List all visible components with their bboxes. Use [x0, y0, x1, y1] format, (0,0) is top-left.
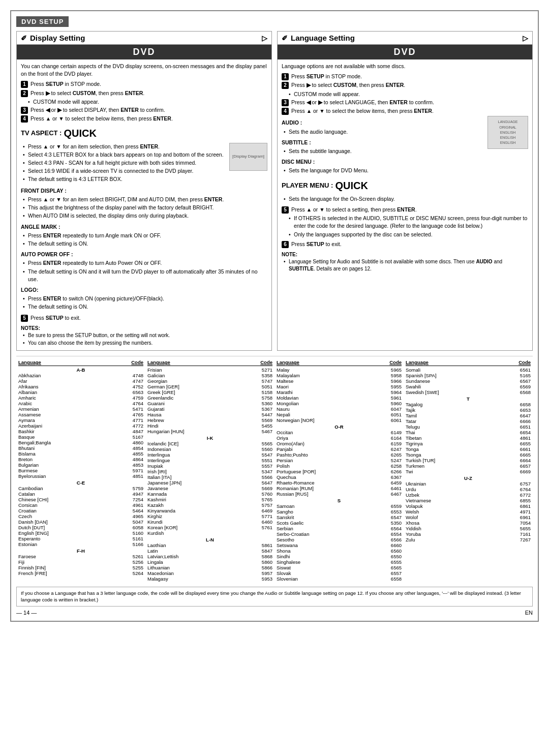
lang-col2-header: Language Code: [147, 359, 272, 366]
language-setting-panel: ✐ Language Setting ▷ DVD Language option…: [277, 31, 533, 351]
right-intro: Language options are not available with …: [282, 63, 528, 70]
right-step1: 1 Press SETUP in STOP mode.: [282, 73, 528, 80]
lang-col4-header: Language Code: [406, 359, 531, 366]
logo-title: LOGO:: [21, 286, 267, 294]
right-step2: 2 Press ▶ to select CUSTOM, then press E…: [282, 81, 528, 89]
lang-col-1: Language Code A-B Abkhazian4748 Afar4747…: [16, 359, 145, 582]
audio-subtitle-section: AUDIO : Sets the audio language. SUBTITL…: [282, 116, 528, 175]
auto-power-off-title: AUTO POWER OFF :: [21, 251, 267, 258]
tv-aspect-section: Press ▲ or ▼ for an item selection, then…: [21, 143, 267, 184]
dvd-setup-header: DVD SETUP: [16, 16, 69, 27]
main-container: DVD SETUP ✐ Display Setting ▷ DVD You ca…: [10, 10, 539, 622]
left-header-icon: ✐: [21, 34, 27, 42]
right-note: NOTE: Language Setting for Audio and Sub…: [282, 251, 528, 273]
footnote: If you choose a Language that has a 3 le…: [16, 587, 533, 607]
disc-menu-title: DISC MENU :: [282, 158, 484, 166]
lang-col-3: Language Code Malay5965 Malayalam5958 Ma…: [274, 359, 404, 582]
left-intro: You can change certain aspects of the DV…: [21, 63, 267, 78]
player-menu-row: PLAYER MENU : QUICK: [282, 178, 528, 193]
lang-table-grid: Language Code A-B Abkhazian4748 Afar4747…: [16, 359, 533, 582]
lang-col3-header: Language Code: [277, 359, 402, 366]
display-setting-panel: ✐ Display Setting ▷ DVD You can change c…: [16, 31, 272, 351]
right-step4: 4 Press ▲ or ▼ to select the below items…: [282, 107, 528, 115]
two-column-layout: ✐ Display Setting ▷ DVD You can change c…: [16, 31, 533, 351]
page-number: — 14 —: [16, 610, 37, 616]
lang-col-4: Language Code Somali6561 Spanish [SPA]51…: [404, 359, 533, 582]
left-notes: NOTES: Be sure to press the SETUP button…: [21, 325, 267, 347]
left-step5: 5 Press SETUP to exit.: [21, 314, 267, 322]
right-header-arrow: ▷: [523, 34, 528, 42]
left-step1: 1 Press SETUP in STOP mode.: [21, 80, 267, 88]
front-display-title: FRONT DISPLAY :: [21, 187, 267, 195]
left-dvd-label: DVD: [17, 45, 271, 59]
subtitle-title: SUBTITLE :: [282, 139, 484, 146]
page-footer: — 14 — EN: [16, 610, 533, 616]
right-step3: 3 Press ◀ or ▶ to select LANGUAGE, then …: [282, 99, 528, 106]
lang-col1-header: Language Code: [18, 359, 143, 366]
left-panel-title: Display Setting: [30, 34, 85, 42]
left-step4: 4 Press ▲ or ▼ to select the below items…: [21, 115, 267, 123]
right-header-icon: ✐: [282, 34, 288, 42]
right-step5: 5 Press ▲ or ▼ to select a setting, then…: [282, 206, 528, 214]
left-panel-header: ✐ Display Setting ▷: [17, 32, 271, 45]
left-panel-body: You can change certain aspects of the DV…: [17, 59, 271, 350]
display-diagram: [Display Diagram]: [229, 143, 267, 171]
language-table-section: Language Code A-B Abkhazian4748 Afar4747…: [16, 356, 533, 582]
right-dvd-label: DVD: [278, 45, 532, 59]
en-label: EN: [525, 610, 533, 616]
angle-mark-title: ANGLE MARK :: [21, 223, 267, 231]
right-step6: 6 Press SETUP to exit.: [282, 240, 528, 248]
lang-col-2: Language Code Frisian5271 Galician5358 G…: [145, 359, 274, 582]
tv-aspect-row: TV ASPECT : QUICK: [21, 126, 267, 141]
right-panel-title: Language Setting: [291, 34, 355, 42]
left-step2: 2 Press ▶ to select CUSTOM, then press E…: [21, 89, 267, 97]
left-step2-note: CUSTOM mode will appear.: [21, 98, 267, 106]
left-step3: 3 Press ◀ or ▶ to select DISPLAY, then E…: [21, 106, 267, 114]
audio-title: AUDIO :: [282, 119, 484, 127]
right-step2-note: CUSTOM mode will appear.: [282, 90, 528, 98]
right-panel-header: ✐ Language Setting ▷: [278, 32, 532, 45]
left-header-arrow: ▷: [262, 34, 267, 42]
language-diagram: LANGUAGEORIGINALENGLISHENGLISHENGLISH: [487, 116, 528, 149]
right-panel-body: Language options are not available with …: [278, 59, 532, 276]
